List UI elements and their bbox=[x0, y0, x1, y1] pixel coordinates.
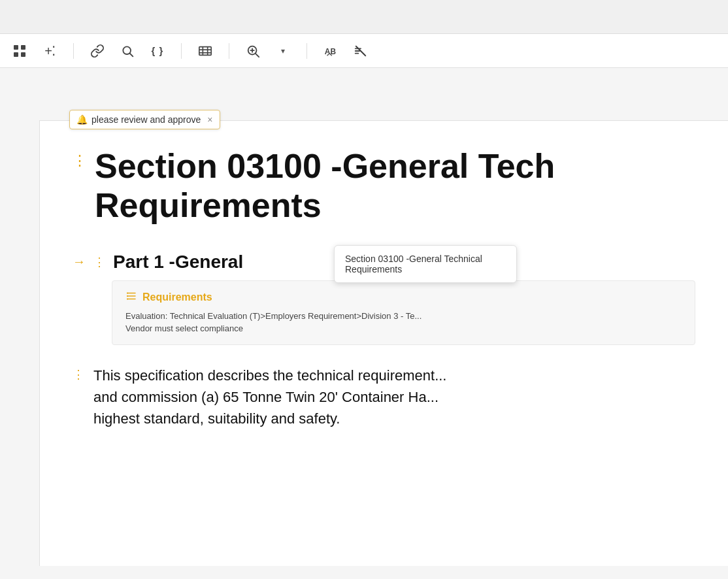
part-drag-handle[interactable]: ⋮ bbox=[93, 255, 105, 269]
notification-tag: 🔔 please review and approve × bbox=[69, 110, 220, 129]
table-resize-icon[interactable] bbox=[196, 42, 214, 60]
braces-icon[interactable]: { } bbox=[148, 42, 167, 60]
body-text-row: ⋮ This specification describes the techn… bbox=[73, 365, 695, 429]
svg-point-26 bbox=[127, 298, 128, 299]
document-panel: ⋮ Section 03100 -General TechRequirement… bbox=[39, 120, 728, 566]
toolbar-separator-3 bbox=[229, 43, 229, 59]
toolbar-separator-4 bbox=[306, 43, 307, 59]
requirements-title: Requirements bbox=[142, 291, 212, 303]
clear-format-icon[interactable] bbox=[352, 42, 370, 60]
ab-spellcheck-icon[interactable]: AB bbox=[322, 42, 340, 60]
svg-line-12 bbox=[256, 54, 259, 57]
expand-arrow-icon[interactable]: → bbox=[73, 254, 86, 269]
svg-point-24 bbox=[127, 292, 128, 293]
requirements-card: Requirements Evaluation: Technical Evalu… bbox=[112, 280, 695, 345]
svg-rect-6 bbox=[199, 46, 211, 55]
tooltip: Section 03100 -General Technical Require… bbox=[334, 245, 517, 283]
requirements-vendor-text: Vendor must select compliance bbox=[125, 323, 243, 333]
requirements-icon bbox=[125, 290, 137, 305]
requirements-header: Requirements bbox=[125, 290, 682, 305]
content-area: ⋮ Section 03100 -General TechRequirement… bbox=[0, 68, 728, 579]
add-with-dots-icon[interactable]: +⁚ bbox=[41, 42, 59, 60]
body-text: This specification describes the technic… bbox=[93, 365, 446, 429]
bell-icon: 🔔 bbox=[76, 114, 88, 125]
search-icon[interactable] bbox=[118, 42, 137, 60]
section-title: Section 03100 -General TechRequirements bbox=[95, 147, 555, 225]
link-icon[interactable] bbox=[88, 42, 107, 60]
section-drag-handle[interactable]: ⋮ bbox=[73, 147, 87, 169]
svg-point-25 bbox=[127, 295, 128, 296]
requirements-evaluation-text: Evaluation: Technical Evaluation (T)>Emp… bbox=[125, 311, 422, 321]
notification-close-button[interactable]: × bbox=[207, 114, 212, 125]
top-bar bbox=[0, 0, 728, 34]
svg-line-5 bbox=[130, 53, 133, 56]
part-title: Part 1 -General bbox=[113, 252, 243, 273]
svg-rect-1 bbox=[21, 45, 25, 50]
tooltip-text: Section 03100 -General Technical Require… bbox=[345, 254, 482, 274]
grid-icon[interactable] bbox=[10, 42, 29, 60]
svg-rect-3 bbox=[21, 52, 25, 57]
toolbar: +⁚ { } ▾ bbox=[0, 34, 728, 68]
section-heading-row: ⋮ Section 03100 -General TechRequirement… bbox=[73, 147, 695, 225]
svg-rect-2 bbox=[14, 52, 18, 57]
part-row: → ⋮ Part 1 -General Section 03100 -Gener… bbox=[73, 252, 695, 273]
toolbar-separator-1 bbox=[73, 43, 74, 59]
zoom-in-icon[interactable] bbox=[244, 42, 262, 60]
toolbar-separator-2 bbox=[181, 43, 182, 59]
notification-text: please review and approve bbox=[91, 114, 201, 125]
svg-rect-0 bbox=[14, 45, 18, 50]
requirements-body: Evaluation: Technical Evaluation (T)>Emp… bbox=[125, 310, 682, 335]
zoom-dropdown-icon[interactable]: ▾ bbox=[274, 42, 292, 60]
body-drag-handle[interactable]: ⋮ bbox=[73, 365, 84, 382]
